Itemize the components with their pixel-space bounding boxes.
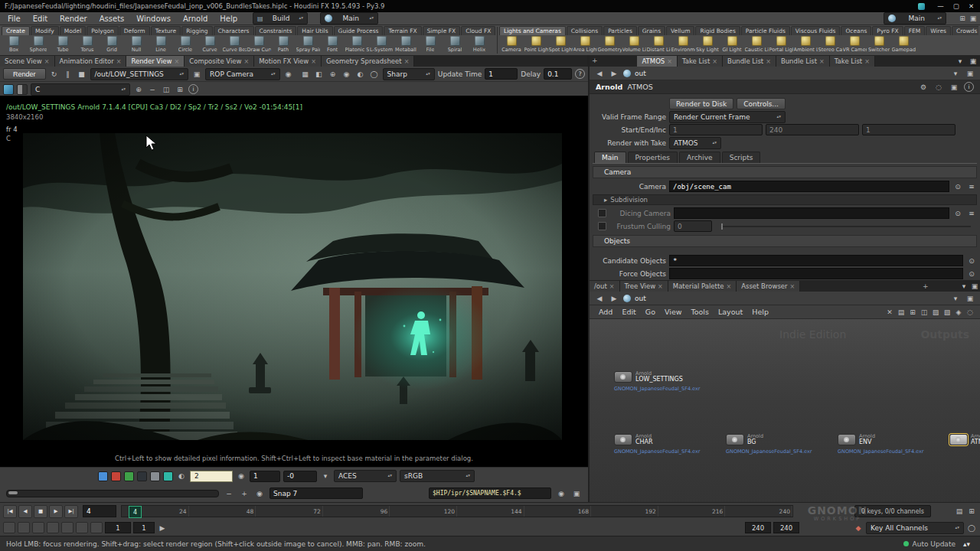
shelf-tab[interactable]: Guide Process — [334, 26, 384, 35]
window-layout-icon[interactable]: ⊞ — [957, 13, 968, 24]
objects-section-header[interactable]: Objects — [593, 235, 977, 247]
transport-button[interactable]: |◀ — [3, 505, 17, 518]
snapshot-path-field[interactable]: $HIP/ipr/$SNAPNAME.$F4.$ — [429, 487, 551, 499]
close-tab-icon[interactable]: × — [790, 283, 795, 290]
rop-selector[interactable]: /out/LOW_SETTINGS ▴▾ — [90, 68, 189, 80]
network-search-icon[interactable]: ◌ — [965, 307, 975, 318]
shelf-tool[interactable]: Volume Light — [622, 35, 646, 55]
shelf-tab[interactable]: Create — [2, 26, 30, 35]
shelf-tool[interactable]: Camera — [499, 35, 524, 55]
channel-red-swatch[interactable] — [98, 471, 108, 481]
subdivision-section-header[interactable]: ▸ Subdivision — [593, 194, 977, 205]
filter-menu[interactable]: Sharp ▴▾ — [383, 68, 435, 80]
shelf-tab[interactable]: Cloud FX — [461, 26, 495, 35]
transport-button[interactable]: ▶ — [49, 505, 63, 518]
playback-end-field[interactable]: 240 — [745, 522, 771, 533]
shelf-tool[interactable]: Circle — [173, 35, 198, 55]
close-tab-icon[interactable]: × — [766, 58, 771, 65]
shelf-tab[interactable]: Texture — [151, 26, 181, 35]
lut-options-icon[interactable]: ▾ — [320, 471, 331, 481]
frustum-culling-field[interactable]: 0 — [674, 220, 712, 232]
shelf-tab[interactable]: Modify — [31, 26, 59, 35]
close-tab-icon[interactable]: × — [667, 58, 672, 65]
shelf-tool[interactable]: Stereo Camera — [818, 35, 842, 55]
parameter-tab[interactable]: Scripts — [722, 152, 761, 163]
close-tab-icon[interactable]: × — [311, 58, 316, 65]
frustum-culling-slider[interactable] — [721, 226, 971, 227]
layers-icon[interactable]: ▧ — [942, 307, 952, 318]
pan-view-icon[interactable]: ⊞ — [175, 84, 185, 95]
pane-tab[interactable]: Tree View × — [620, 281, 668, 292]
network-menu-item[interactable]: View — [660, 308, 687, 316]
pane-tab[interactable]: Render View × — [126, 56, 185, 67]
playhead[interactable]: 4 — [129, 506, 142, 518]
shelf-tab[interactable]: Particles — [603, 26, 637, 35]
snapshot-slider-handle[interactable] — [8, 491, 18, 494]
colorspace-menu[interactable]: sRGB ▴▾ — [400, 470, 475, 482]
shelf-tab[interactable]: Hair Utils — [297, 26, 332, 35]
node-select-icon[interactable]: ⊙ — [966, 269, 977, 279]
set-key-icon[interactable]: ◆ — [853, 523, 864, 533]
transport-button[interactable]: ■ — [34, 505, 47, 518]
auto-update-menu[interactable]: Auto Update ▴▾ — [903, 539, 974, 549]
close-tab-icon[interactable]: × — [712, 58, 717, 65]
valid-frame-range-menu[interactable]: Render Current Frame ▴▾ — [669, 111, 786, 123]
frustum-culling-checkbox[interactable] — [598, 222, 606, 230]
forward-icon[interactable]: ▶ — [609, 68, 619, 79]
pane-link-icon[interactable]: ▣ — [965, 68, 975, 79]
shelf-tool[interactable]: Torus — [75, 35, 100, 55]
fit-view-icon[interactable]: ◫ — [161, 84, 172, 95]
shelf-tool[interactable]: Font — [320, 35, 345, 55]
lamp-icon[interactable]: ◉ — [341, 69, 352, 80]
back-icon[interactable]: ◀ — [594, 68, 605, 79]
render-to-disk-button[interactable]: Render to Disk — [669, 98, 733, 109]
network-menu-item[interactable]: Help — [747, 308, 773, 316]
snapshot-lock-icon[interactable]: ▣ — [571, 488, 582, 499]
zoom-in-icon[interactable]: ⊕ — [133, 84, 144, 95]
render-viewport[interactable]: /out/LOW_SETTINGS Arnold 7.1.4.4 [CPU] C… — [0, 96, 588, 467]
maximize-button[interactable]: ▢ — [953, 2, 959, 10]
shelf-tool[interactable]: Spray Paint — [296, 35, 320, 55]
parameter-tab[interactable]: Properties — [628, 152, 678, 163]
render-region-icon[interactable]: ◯ — [369, 69, 380, 80]
key-scope-menu[interactable]: Key All Channels ▴▾ — [866, 522, 964, 534]
close-tab-icon[interactable]: × — [244, 58, 250, 65]
open-rop-icon[interactable]: ▣ — [191, 69, 202, 80]
shelf-tool[interactable]: Area Light — [573, 35, 597, 55]
channel-comp-swatch[interactable] — [163, 471, 173, 481]
snap-flag-icon[interactable]: ◈ — [953, 307, 964, 318]
display-options-icon[interactable]: ◫ — [919, 307, 929, 318]
transport-button[interactable]: ▶| — [64, 505, 78, 518]
pane-tab[interactable]: ATMOS × — [637, 56, 677, 67]
pane-float-icon[interactable]: ▣ — [968, 56, 978, 67]
color-picker-icon[interactable]: ◐ — [355, 69, 366, 80]
shelf-tool[interactable]: Line — [149, 35, 173, 55]
pane-tab[interactable]: Bundle List × — [776, 56, 830, 67]
channel-green-swatch[interactable] — [111, 471, 121, 481]
bg-checker-icon[interactable]: ▦ — [300, 69, 311, 80]
shelf-tab[interactable]: Vellum — [666, 26, 694, 35]
shelf-tab[interactable]: Grains — [638, 26, 665, 35]
exposure-icon[interactable]: ◐ — [176, 471, 187, 481]
shelf-tool[interactable]: Geometry Light — [597, 35, 622, 55]
global-start-field[interactable]: 1 — [105, 522, 131, 533]
info-icon[interactable]: i — [188, 84, 198, 94]
shelf-tool[interactable]: Grid — [100, 35, 124, 55]
rop-node[interactable]: Arnold ATMOS — [949, 434, 980, 455]
shelf-tool[interactable]: L-System — [369, 35, 394, 55]
network-menu-item[interactable]: Go — [641, 308, 660, 316]
compare-mode-icon[interactable] — [17, 84, 28, 95]
candidate-objects-field[interactable]: * — [669, 255, 963, 266]
pane-link-icon[interactable]: ▣ — [965, 293, 975, 304]
pane-tab[interactable]: Bundle List × — [723, 56, 776, 67]
simulation-toggle-icon[interactable] — [47, 522, 59, 533]
shelf-tab[interactable]: Terrain FX — [384, 26, 421, 35]
update-time-field[interactable]: 1 — [485, 68, 518, 80]
lut-menu[interactable]: ACES ▴▾ — [334, 470, 397, 482]
gamma-icon[interactable]: ◉ — [236, 471, 247, 481]
split-view-icon[interactable]: ◧ — [314, 69, 325, 80]
path-dropdown-icon[interactable]: ▾ — [950, 293, 961, 304]
realtime-toggle-icon[interactable] — [3, 522, 15, 533]
gear-icon[interactable]: ⚙ — [918, 82, 929, 93]
shelf-tool[interactable]: Draw Curve — [247, 35, 271, 55]
